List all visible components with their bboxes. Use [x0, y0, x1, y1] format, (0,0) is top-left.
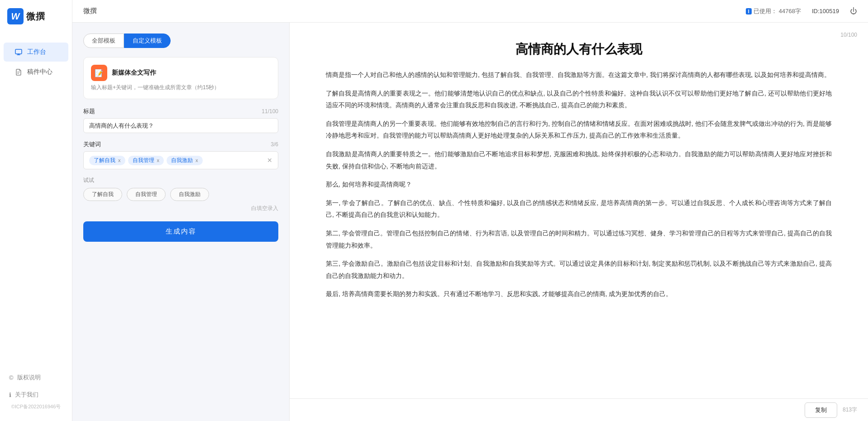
i-icon: I [746, 8, 752, 14]
app-name: 微撰 [26, 10, 45, 23]
keyword-tag-1: 了解自我 x [89, 156, 125, 165]
keyword-tag-3-close[interactable]: x [196, 158, 198, 163]
article-para-5: 第一, 学会了解自己。了解自己的优点、缺点、个性特质和偏好, 以及自己的情感状态… [326, 197, 832, 221]
keyword-tag-2-close[interactable]: x [157, 158, 160, 163]
desktop-icon [14, 48, 23, 56]
template-info: 新媒体全文写作 [112, 69, 156, 77]
keyword-tag-2-text: 自我管理 [133, 157, 154, 164]
article-para-6: 第二, 学会管理自己。管理自己包括控制自己的情绪、行为和言语, 以及管理自己的时… [326, 227, 832, 251]
keyword-tag-1-close[interactable]: x [118, 158, 121, 163]
article-para-8: 最后, 培养高情商需要长期的努力和实践。只有通过不断地学习、反思和实践, 才能够… [326, 288, 832, 300]
article-para-7: 第三, 学会激励自己。激励自己包括设定目标和计划、自我激励和自我奖励等方式。可以… [326, 258, 832, 282]
article-title: 高情商的人有什么表现 [326, 41, 832, 58]
trial-label: 试试 [83, 177, 278, 184]
content: 全部模板 自定义模板 📝 新媒体全文写作 输入标题+关键词，一键准确生成所需文章… [72, 23, 868, 421]
article-para-0: 情商是指一个人对自己和他人的感情的认知和管理能力, 包括了解自我、自我管理、自我… [326, 69, 832, 81]
template-desc: 输入标题+关键词，一键准确生成所需文章（约15秒） [91, 84, 271, 91]
trial-hint: 白填空录入 [83, 205, 278, 212]
left-panel: 全部模板 自定义模板 📝 新媒体全文写作 输入标题+关键词，一键准确生成所需文章… [72, 23, 290, 421]
keyword-tag-3-text: 自我激励 [171, 157, 193, 164]
usage-label: 已使用： [754, 7, 777, 15]
sidebar-item-workbench[interactable]: 工作台 [4, 43, 68, 62]
topbar-right: I 已使用： 44768字 ID:100519 ⏻ [746, 7, 857, 15]
trial-btn-1[interactable]: 了解自我 [83, 188, 122, 201]
topbar: 微撰 I 已使用： 44768字 ID:100519 ⏻ [72, 0, 868, 23]
title-counter: 11/100 [262, 108, 278, 115]
title-label-row: 标题 11/100 [83, 107, 278, 115]
svg-rect-0 [15, 49, 22, 54]
sidebar-item-drafts[interactable]: 稿件中心 [4, 62, 68, 81]
tab-all-templates[interactable]: 全部模板 [83, 33, 124, 48]
sidebar-item-workbench-label: 工作台 [27, 48, 46, 56]
copyright-icon: © [9, 374, 14, 381]
article-counter: 10/100 [840, 32, 857, 38]
info-icon: ℹ [9, 392, 11, 398]
template-card: 📝 新媒体全文写作 输入标题+关键词，一键准确生成所需文章（约15秒） [83, 57, 278, 99]
tab-custom-templates[interactable]: 自定义模板 [124, 33, 171, 48]
trial-btn-3[interactable]: 自我激励 [170, 188, 209, 201]
sidebar-item-drafts-label: 稿件中心 [27, 68, 52, 76]
keywords-label: 关键词 [83, 140, 101, 148]
article-para-1: 了解自我是高情商人的重要表现之一。他们能够清楚地认识自己的优点和缺点, 以及自己… [326, 87, 832, 111]
right-panel: 10/100 高情商的人有什么表现 情商是指一个人对自己和他人的感情的认知和管理… [290, 23, 868, 421]
keyword-tag-2: 自我管理 x [128, 156, 164, 165]
logo-icon: W [7, 8, 24, 24]
keywords-label-row: 关键词 3/6 [83, 140, 278, 148]
right-bottom-bar: 复制 813字 [290, 398, 868, 421]
usage-area: I 已使用： 44768字 [746, 7, 801, 15]
main: 微撰 I 已使用： 44768字 ID:100519 ⏻ 全部模板 自定义模板 … [72, 0, 868, 421]
article-para-2: 自我管理是高情商人的另一个重要表现。他们能够有效地控制自己的言行和行为, 控制自… [326, 118, 832, 142]
title-label: 标题 [83, 107, 95, 115]
title-input[interactable] [83, 118, 278, 133]
id-badge: ID:100519 [812, 8, 839, 14]
template-icon: 📝 [91, 65, 107, 81]
template-tabs: 全部模板 自定义模板 [83, 33, 278, 48]
keyword-tag-1-text: 了解自我 [94, 157, 115, 164]
template-card-header: 📝 新媒体全文写作 [91, 65, 271, 81]
keywords-clear[interactable]: ✕ [267, 157, 272, 164]
power-icon[interactable]: ⏻ [850, 7, 857, 15]
topbar-title: 微撰 [83, 7, 97, 15]
sidebar-nav: 工作台 稿件中心 [0, 33, 72, 369]
keyword-tag-3: 自我激励 x [167, 156, 203, 165]
trial-btn-2[interactable]: 自我管理 [127, 188, 166, 201]
keywords-counter: 3/6 [271, 141, 278, 148]
trial-section: 试试 了解自我 自我管理 自我激励 白填空录入 [83, 177, 278, 212]
title-section: 标题 11/100 [83, 107, 278, 133]
copy-button[interactable]: 复制 [805, 402, 837, 418]
file-icon [14, 68, 23, 76]
word-count: 813字 [843, 406, 857, 414]
keywords-box[interactable]: 了解自我 x 自我管理 x 自我激励 x ✕ [83, 151, 278, 169]
keywords-section: 关键词 3/6 了解自我 x 自我管理 x 自我激励 x [83, 140, 278, 169]
generate-button[interactable]: 生成内容 [83, 221, 278, 242]
trial-btns: 了解自我 自我管理 自我激励 [83, 188, 278, 201]
template-name: 新媒体全文写作 [112, 69, 156, 77]
sidebar: W 微撰 工作台 稿件中心 © 版权说明 ℹ 关于我们 ©ICP备2022016… [0, 0, 72, 421]
icp-text: ©ICP备2022016946号 [0, 403, 72, 414]
sidebar-item-about[interactable]: ℹ 关于我们 [0, 386, 72, 403]
usage-value: 44768字 [779, 7, 801, 15]
article-para-4: 那么, 如何培养和提高情商呢？ [326, 178, 832, 191]
sidebar-item-copyright[interactable]: © 版权说明 [0, 369, 72, 386]
sidebar-bottom: © 版权说明 ℹ 关于我们 ©ICP备2022016946号 [0, 369, 72, 421]
article-para-3: 自我激励是高情商人的重要特质之一。他们能够激励自己不断地追求目标和梦想, 克服困… [326, 148, 832, 172]
article-body: 情商是指一个人对自己和他人的感情的认知和管理能力, 包括了解自我、自我管理、自我… [326, 69, 832, 300]
logo-area: W 微撰 [0, 0, 72, 33]
